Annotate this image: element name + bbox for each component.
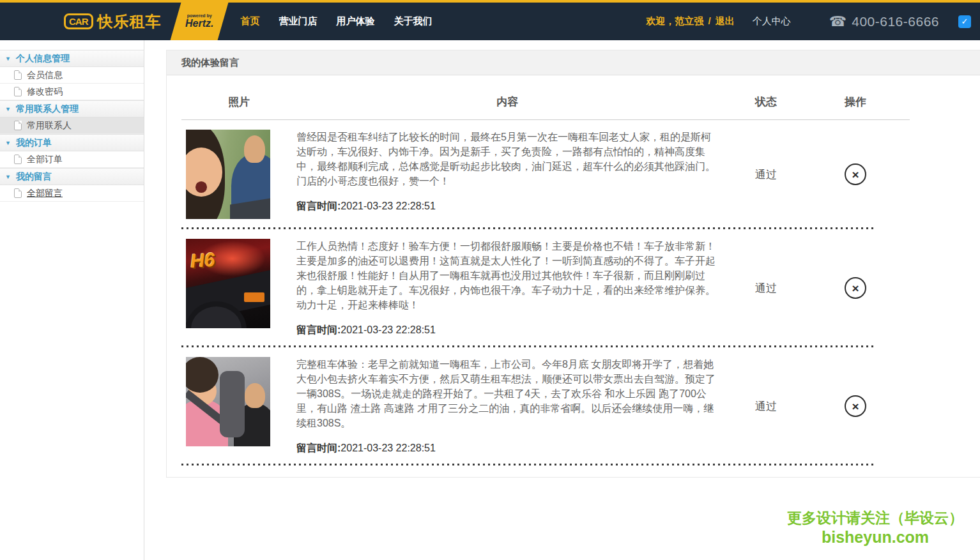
checked-checkbox-icon[interactable]: ✓ (958, 15, 971, 28)
document-icon (14, 70, 22, 80)
time-value: 2021-03-23 22:28:51 (341, 324, 436, 335)
sidebar-group-title: 常用联系人管理 (16, 103, 79, 115)
chevron-down-icon: ▼ (5, 140, 11, 146)
phone-icon: ☎ (829, 13, 846, 30)
logout-link[interactable]: 退出 (716, 15, 735, 26)
document-icon (14, 188, 22, 198)
column-header-content: 内容 (296, 95, 718, 109)
chevron-down-icon: ▼ (5, 174, 11, 180)
sidebar-group-orders[interactable]: ▼ 我的订单 (0, 134, 144, 151)
top-navbar: CAR 快乐租车 powered by Hertz. 首页 营业门店 用户体验 … (0, 0, 980, 40)
brand-name: 快乐租车 (98, 11, 162, 32)
table-row: H6 工作人员热情！态度好！验车方便！一切都很舒服顺畅！主要是价格也不错！车子放… (181, 229, 910, 337)
review-content: 曾经因是否租车纠结了比较长的时间，最终在5月第一次在一嗨租车回老丈人家，租的是斯… (296, 130, 718, 188)
close-icon: × (852, 169, 859, 181)
document-icon (14, 87, 22, 96)
watermark: 更多设计请关注（毕设云） bisheyun.com (787, 509, 963, 547)
sidebar-item-change-password[interactable]: 修改密码 (0, 84, 144, 100)
chevron-down-icon: ▼ (5, 106, 11, 112)
car-logo-icon: CAR (64, 13, 93, 29)
welcome-prefix: 欢迎， (646, 15, 675, 26)
time-value: 2021-03-23 22:28:51 (341, 443, 436, 453)
nav-item-stores[interactable]: 营业门店 (279, 15, 318, 27)
close-icon: × (852, 282, 859, 294)
brand-logo[interactable]: CAR 快乐租车 powered by Hertz. (64, 3, 223, 40)
review-content: 完整租车体验：老早之前就知道一嗨租车，上市公司。今年8月底 女朋友即将开学了，想… (296, 357, 718, 430)
sidebar-item-label: 全部留言 (27, 188, 63, 199)
chevron-down-icon: ▼ (5, 56, 11, 62)
powered-by-label: powered by (185, 13, 213, 18)
hertz-logo: Hertz. (185, 18, 213, 29)
document-icon (14, 155, 22, 164)
close-icon: × (852, 400, 859, 412)
sidebar-item-label: 全部订单 (27, 154, 63, 165)
phone-number: 400-616-6666 (852, 14, 939, 29)
messages-panel: 我的体验留言 照片 内容 状态 操作 曾经因是否租车纠结了比较长的时间，最终在5… (166, 50, 980, 478)
personal-center-link[interactable]: 个人中心 (753, 15, 791, 27)
sidebar-group-contacts[interactable]: ▼ 常用联系人管理 (0, 100, 144, 117)
table-header-row: 照片 内容 状态 操作 (181, 95, 910, 120)
table-row: 完整租车体验：老早之前就知道一嗨租车，上市公司。今年8月底 女朋友即将开学了，想… (181, 347, 910, 455)
time-label: 留言时间: (296, 324, 341, 335)
sidebar-item-all-orders[interactable]: 全部订单 (0, 151, 144, 168)
sidebar-item-label: 常用联系人 (27, 120, 72, 132)
slash-separator: / (708, 15, 710, 26)
hotline: ☎ 400-616-6666 (829, 13, 939, 30)
column-header-status: 状态 (718, 95, 814, 109)
sidebar: ▼ 个人信息管理 会员信息 修改密码 ▼ 常用联系人管理 常用联系人 ▼ 我的订… (0, 40, 144, 560)
sidebar-item-all-messages[interactable]: 全部留言 (0, 185, 144, 202)
main-nav: 首页 营业门店 用户体验 关于我们 (241, 15, 433, 27)
nav-item-home[interactable]: 首页 (241, 15, 260, 27)
watermark-text: 更多设计请关注（毕设云） (787, 509, 963, 527)
username[interactable]: 范立强 (675, 15, 703, 26)
status-badge: 通过 (755, 281, 777, 296)
sidebar-group-title: 我的订单 (16, 137, 52, 149)
nav-item-experience[interactable]: 用户体验 (337, 15, 375, 27)
review-photo[interactable]: H6 (186, 239, 270, 328)
table-row: 曾经因是否租车纠结了比较长的时间，最终在5月第一次在一嗨租车回老丈人家，租的是斯… (181, 120, 910, 219)
column-header-operation: 操作 (814, 95, 897, 109)
status-badge: 通过 (755, 167, 777, 182)
sidebar-group-messages[interactable]: ▼ 我的留言 (0, 168, 144, 185)
sidebar-group-title: 个人信息管理 (16, 53, 70, 64)
nav-item-about[interactable]: 关于我们 (394, 15, 433, 27)
welcome-text: 欢迎，范立强 / 退出 (646, 15, 735, 27)
page-title: 我的体验留言 (181, 57, 239, 69)
review-photo[interactable] (186, 130, 270, 219)
delete-button[interactable]: × (845, 395, 866, 417)
sidebar-item-label: 会员信息 (27, 70, 63, 81)
review-photo[interactable] (186, 357, 270, 446)
dotted-separator (181, 464, 876, 465)
hertz-ribbon: powered by Hertz. (170, 3, 228, 40)
sidebar-group-title: 我的留言 (16, 171, 52, 183)
column-header-photo: 照片 (181, 95, 296, 109)
delete-button[interactable]: × (845, 163, 866, 185)
sidebar-item-frequent-contacts[interactable]: 常用联系人 (0, 117, 144, 134)
time-label: 留言时间: (296, 443, 341, 453)
sidebar-item-label: 修改密码 (27, 86, 63, 98)
document-icon (14, 121, 22, 130)
delete-button[interactable]: × (845, 277, 866, 299)
review-content: 工作人员热情！态度好！验车方便！一切都很舒服顺畅！主要是价格也不错！车子放非常新… (296, 239, 718, 312)
photo-overlay-text: H6 (189, 249, 215, 273)
time-label: 留言时间: (296, 201, 341, 211)
watermark-site: bisheyun.com (787, 527, 963, 547)
time-value: 2021-03-23 22:28:51 (341, 201, 436, 211)
sidebar-item-member-info[interactable]: 会员信息 (0, 67, 144, 84)
sidebar-group-personal-info[interactable]: ▼ 个人信息管理 (0, 50, 144, 67)
panel-header: 我的体验留言 (167, 50, 980, 75)
status-badge: 通过 (755, 399, 777, 414)
